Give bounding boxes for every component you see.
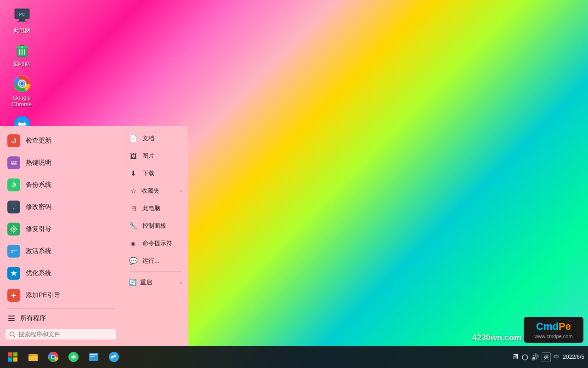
search-icon bbox=[9, 331, 16, 338]
repair-label: 修复引导 bbox=[26, 225, 51, 233]
hotkey-icon bbox=[7, 156, 20, 169]
start-button[interactable] bbox=[4, 348, 22, 366]
taskbar-right: 🖥 ⬡ 🔊 英 中 2022/6/5 bbox=[512, 352, 584, 362]
usb-tray-icon[interactable]: ⬡ bbox=[522, 353, 528, 362]
right-menu-documents[interactable]: 📄 文档 bbox=[122, 130, 188, 147]
desktop-icon-chrome[interactable]: Google Chrome bbox=[5, 72, 39, 110]
menu-item-repair-boot[interactable]: 修复引导 bbox=[0, 218, 122, 240]
downloads-icon: ⬇ bbox=[129, 169, 138, 178]
svg-rect-54 bbox=[90, 356, 95, 357]
taskbar-tool2[interactable] bbox=[85, 348, 103, 366]
menu-item-check-update[interactable]: 检查更新 bbox=[0, 130, 122, 152]
cmdpe-url: www.cmdpe.com bbox=[529, 334, 578, 339]
taskbar-time: 2022/6/5 bbox=[563, 353, 584, 361]
cmd-text: Cmd bbox=[536, 321, 559, 332]
taskbar-tool2-icon bbox=[88, 351, 99, 362]
menu-item-activate[interactable]: 激活系统 bbox=[0, 240, 122, 262]
svg-rect-44 bbox=[13, 352, 17, 356]
repair-icon bbox=[7, 223, 20, 236]
cmdpe-logo: CmdPe www.cmdpe.com bbox=[524, 317, 583, 343]
menu-divider-1 bbox=[7, 308, 114, 309]
desktop: PC 此电脑 回收站 bbox=[0, 0, 588, 368]
right-menu-pictures[interactable]: 🖼 图片 bbox=[122, 147, 188, 165]
right-menu-cmd[interactable]: ▣ 命令提示符 bbox=[122, 235, 188, 252]
svg-rect-43 bbox=[8, 352, 12, 356]
taskbar: 🖥 ⬡ 🔊 英 中 2022/6/5 bbox=[0, 346, 588, 368]
this-pc-right-label: 此电脑 bbox=[142, 204, 160, 213]
svg-rect-39 bbox=[8, 318, 15, 319]
this-pc-label: 此电脑 bbox=[14, 27, 30, 34]
addpe-icon bbox=[7, 289, 20, 302]
file-explorer-icon bbox=[28, 351, 39, 362]
passwd-icon bbox=[7, 201, 20, 213]
control-panel-label: 控制面板 bbox=[142, 222, 166, 230]
documents-icon: 📄 bbox=[129, 134, 138, 143]
pe-text: Pe bbox=[559, 321, 571, 332]
cmd-icon: ▣ bbox=[129, 240, 138, 247]
svg-rect-45 bbox=[8, 357, 12, 362]
backup-label: 备份系统 bbox=[26, 181, 51, 189]
svg-rect-17 bbox=[11, 161, 12, 162]
taskbar-chrome[interactable] bbox=[44, 348, 62, 366]
chrome-icon bbox=[13, 75, 31, 93]
all-programs-icon bbox=[7, 314, 16, 322]
taskbar-file-explorer[interactable] bbox=[24, 348, 42, 366]
svg-rect-46 bbox=[13, 357, 17, 362]
desktop-icon-recycle-bin[interactable]: 回收站 bbox=[5, 38, 39, 69]
search-input[interactable] bbox=[18, 331, 92, 338]
menu-item-backup[interactable]: 备份系统 bbox=[0, 174, 122, 196]
favorites-arrow-icon: › bbox=[180, 188, 182, 194]
addpe-label: 添加PE引导 bbox=[26, 291, 60, 299]
restart-row[interactable]: 🔄 重启 › bbox=[122, 274, 188, 291]
language-indicator[interactable]: 英 bbox=[542, 352, 551, 362]
desktop-icon-this-pc[interactable]: PC 此电脑 bbox=[5, 5, 39, 36]
menu-item-optimize[interactable]: 优化系统 bbox=[0, 262, 122, 284]
systray: 🖥 ⬡ 🔊 英 中 bbox=[512, 352, 559, 362]
menu-item-add-pe[interactable]: 添加PE引导 bbox=[0, 284, 122, 306]
svg-point-41 bbox=[10, 332, 14, 336]
recycle-bin-icon bbox=[13, 40, 31, 59]
activate-icon bbox=[7, 245, 20, 258]
start-menu: 检查更新 热键说明 bbox=[0, 126, 188, 346]
menu-item-hotkey-help[interactable]: 热键说明 bbox=[0, 152, 122, 174]
check-update-label: 检查更新 bbox=[26, 137, 51, 145]
search-box[interactable] bbox=[6, 329, 116, 339]
svg-rect-20 bbox=[11, 163, 17, 165]
svg-rect-32 bbox=[11, 250, 17, 251]
pictures-icon: 🖼 bbox=[129, 152, 138, 160]
svg-rect-38 bbox=[8, 316, 15, 316]
cmd-label: 命令提示符 bbox=[142, 239, 172, 247]
svg-point-50 bbox=[52, 356, 55, 359]
right-menu-control-panel[interactable]: 🔧 控制面板 bbox=[122, 217, 188, 235]
right-menu-this-pc[interactable]: 🖥 此电脑 bbox=[122, 200, 188, 217]
hotkey-help-label: 热键说明 bbox=[26, 159, 51, 167]
passwd-label: 修改密码 bbox=[26, 203, 51, 211]
taskbar-tool[interactable] bbox=[64, 348, 83, 366]
optimize-icon bbox=[7, 267, 20, 280]
windows-icon bbox=[7, 351, 18, 362]
svg-point-23 bbox=[13, 208, 15, 210]
right-menu-downloads[interactable]: ⬇ 下载 bbox=[122, 165, 188, 182]
all-programs-row[interactable]: 所有程序 bbox=[0, 310, 122, 326]
favorites-label: 收藏夹 bbox=[141, 187, 159, 195]
taskbar-left bbox=[4, 348, 123, 366]
screen-tray-icon[interactable]: 🖥 bbox=[512, 353, 519, 361]
menu-item-change-passwd[interactable]: 修改密码 bbox=[0, 196, 122, 218]
run-label: 运行... bbox=[142, 257, 159, 265]
svg-rect-2 bbox=[19, 19, 25, 21]
restart-icon: 🔄 bbox=[129, 279, 136, 286]
start-menu-left-panel: 检查更新 热键说明 bbox=[0, 126, 122, 346]
chrome-label: Google Chrome bbox=[12, 95, 32, 108]
taskbar-telegram[interactable] bbox=[105, 348, 123, 366]
control-panel-icon: 🔧 bbox=[129, 222, 138, 230]
run-icon: 💬 bbox=[129, 257, 138, 265]
check-update-icon bbox=[7, 134, 20, 147]
right-menu-run[interactable]: 💬 运行... bbox=[122, 252, 188, 270]
svg-rect-3 bbox=[17, 21, 27, 22]
desktop-icons-container: PC 此电脑 回收站 bbox=[5, 5, 39, 138]
right-menu-favorites[interactable]: ☆ 收藏夹 › bbox=[122, 182, 188, 200]
volume-tray-icon[interactable]: 🔊 bbox=[531, 353, 539, 361]
recycle-bin-label: 回收站 bbox=[14, 61, 30, 67]
ime-indicator[interactable]: 中 bbox=[554, 353, 559, 361]
svg-rect-30 bbox=[16, 229, 17, 229]
